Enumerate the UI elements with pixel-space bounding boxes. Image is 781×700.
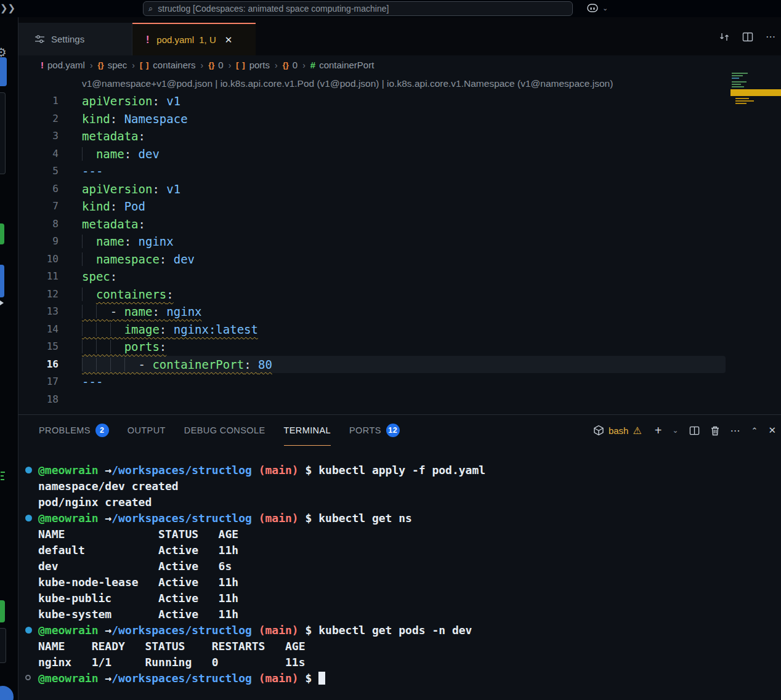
terminal-text: kube-node-lease Active 11h	[38, 576, 238, 589]
left-strip-green-badge-2	[0, 600, 5, 622]
left-strip-blue-badge-2	[0, 265, 4, 297]
code-line[interactable]: 5---	[18, 163, 781, 180]
breadcrumb-item-containers[interactable]: [ ]containers	[140, 60, 196, 70]
panel-tab-output[interactable]: OUTPUT	[127, 415, 166, 446]
code-line[interactable]: 17---	[18, 373, 781, 391]
line-number: 3	[18, 127, 59, 145]
left-strip-green-badge	[0, 223, 4, 244]
line-content: ---	[82, 373, 103, 391]
tab-warning-indicator: !	[146, 34, 149, 46]
terminal-line: NAME READY STATUS RESTARTS AGE	[18, 638, 781, 654]
command-center[interactable]: ⌕ structlog [Codespaces: animated space …	[143, 1, 573, 16]
breadcrumb-item-spec[interactable]: {}spec	[98, 60, 127, 70]
terminal-dropdown-icon[interactable]: ⌄	[672, 426, 678, 435]
tab-pod-yaml[interactable]: ! pod.yaml 1, U ✕	[132, 23, 256, 55]
panel-tab-label: TERMINAL	[284, 425, 331, 435]
line-number: 1	[18, 92, 59, 110]
minimap[interactable]	[730, 69, 781, 149]
panel-tab-debug-console[interactable]: DEBUG CONSOLE	[184, 415, 265, 446]
line-number: 11	[18, 268, 59, 286]
breadcrumb-separator: ›	[201, 60, 204, 70]
left-strip-caret	[0, 300, 4, 305]
breadcrumb-item-containerPort[interactable]: #containerPort	[310, 60, 374, 70]
close-panel-icon[interactable]: ✕	[768, 425, 776, 436]
breadcrumb-item-0[interactable]: {}0	[208, 60, 223, 70]
kill-terminal-trash-icon[interactable]	[710, 425, 720, 436]
left-strip-panel	[0, 92, 6, 174]
close-tab-icon[interactable]: ✕	[225, 34, 233, 46]
line-number: 15	[18, 338, 59, 356]
line-number: 18	[18, 391, 59, 409]
code-line[interactable]: 4 name: dev	[18, 145, 781, 163]
terminal-line: @meowrain →/workspaces/structlog (main) …	[18, 510, 781, 526]
code-line[interactable]: 9 name: nginx	[18, 233, 781, 251]
breadcrumb-item-0[interactable]: {}0	[283, 60, 297, 70]
code-line[interactable]: 15 ports:	[18, 338, 781, 356]
line-content: apiVersion: v1	[82, 180, 180, 198]
code-line[interactable]: 6apiVersion: v1	[18, 180, 781, 198]
minimap-code-mark	[732, 73, 748, 74]
breadcrumb-separator: ›	[90, 60, 93, 70]
schema-info-line: v1@namespace+v1@pod.json | io.k8s.api.co…	[18, 74, 781, 92]
code-line[interactable]: 13 - name: nginx	[18, 303, 781, 321]
terminal-text: @meowrain →/workspaces/structlog (main) …	[38, 624, 472, 637]
breadcrumb: !pod.yaml›{}spec›[ ]containers›{}0›[ ]po…	[18, 55, 781, 74]
terminal-line: @meowrain →/workspaces/structlog (main) …	[18, 462, 781, 478]
left-strip-mini-mark	[1, 472, 5, 473]
new-terminal-icon[interactable]: +	[655, 424, 662, 438]
minimap-warning-mark	[735, 103, 747, 104]
panel-actions: bash ⚠ + ⌄ ⋯ ⌃ ✕	[593, 424, 781, 438]
code-line[interactable]: 7kind: Pod	[18, 198, 781, 215]
code-line[interactable]: 14 image: nginx:latest	[18, 321, 781, 339]
command-success-marker	[25, 627, 32, 634]
line-number: 17	[18, 373, 59, 391]
more-actions-icon[interactable]: ⋯	[766, 31, 776, 42]
panel-tab-problems[interactable]: PROBLEMS2	[39, 415, 109, 446]
terminal-instance-label[interactable]: bash ⚠	[593, 425, 642, 436]
terminal-line: kube-system Active 11h	[18, 606, 781, 622]
copilot-menu[interactable]: ⌄	[586, 2, 608, 14]
code-line[interactable]: 11spec:	[18, 268, 781, 286]
code-line[interactable]: 3metadata:	[18, 127, 781, 145]
editor-actions: ⋯	[719, 31, 776, 42]
line-number: 8	[18, 215, 59, 233]
breadcrumb-item-ports[interactable]: [ ]ports	[236, 60, 270, 70]
tab-settings[interactable]: Settings	[18, 23, 132, 55]
vscode-window: ❯❯ ⌕ structlog [Codespaces: animated spa…	[0, 0, 781, 700]
code-line[interactable]: 10 namespace: dev	[18, 251, 781, 268]
terminal-cube-icon	[593, 425, 604, 436]
warning-icon: !	[41, 60, 44, 70]
code-line[interactable]: 1apiVersion: v1	[18, 92, 781, 110]
panel-tab-badge: 2	[95, 424, 109, 437]
left-strip-panel-2	[0, 628, 6, 663]
breadcrumb-separator: ›	[229, 60, 232, 70]
panel-header: PROBLEMS2OUTPUTDEBUG CONSOLETERMINALPORT…	[18, 415, 781, 446]
left-strip-mini-mark	[1, 475, 4, 477]
line-content: containers:	[82, 286, 174, 304]
terminal-text: default Active 11h	[38, 544, 238, 557]
settings-sliders-icon	[34, 34, 45, 44]
minimap-code-mark	[732, 75, 743, 76]
terminal-line: dev Active 6s	[18, 558, 781, 574]
tab-pod-yaml-label: pod.yaml	[156, 34, 194, 45]
panel-tabs: PROBLEMS2OUTPUTDEBUG CONSOLETERMINALPORT…	[39, 415, 400, 446]
minimap-warning-mark	[735, 100, 754, 102]
code-line[interactable]: 18	[18, 391, 781, 409]
split-terminal-icon[interactable]	[689, 425, 700, 436]
code-line[interactable]: 16 - containerPort: 80	[18, 356, 781, 374]
open-changes-icon[interactable]	[719, 31, 730, 42]
terminal-text: NAME STATUS AGE	[38, 528, 238, 541]
split-editor-icon[interactable]	[742, 31, 753, 42]
minimap-code-mark	[732, 84, 741, 85]
code-line[interactable]: 12 containers:	[18, 286, 781, 304]
maximize-panel-icon[interactable]: ⌃	[751, 426, 758, 435]
breadcrumb-separator: ›	[132, 60, 135, 70]
breadcrumb-label: ports	[249, 60, 270, 70]
breadcrumb-item-pod.yaml[interactable]: !pod.yaml	[41, 60, 85, 70]
object-icon: {}	[98, 60, 104, 70]
code-line[interactable]: 2kind: Namespace	[18, 110, 781, 128]
code-line[interactable]: 8metadata:	[18, 215, 781, 233]
panel-tab-ports[interactable]: PORTS12	[349, 415, 400, 446]
panel-more-actions-icon[interactable]: ⋯	[730, 425, 741, 436]
panel-tab-terminal[interactable]: TERMINAL	[284, 415, 331, 446]
